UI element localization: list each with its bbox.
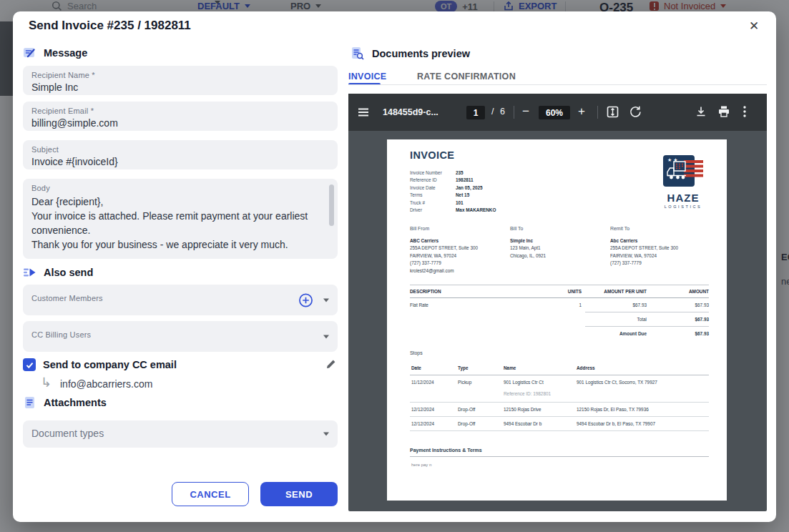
field-label: Subject: [31, 145, 329, 154]
company-logo: ★★ HAZE LOGISTICS: [662, 155, 705, 209]
body-field[interactable]: Body Dear {recipient}, Your invoice is a…: [23, 179, 338, 259]
page-number-input[interactable]: 1: [466, 106, 485, 119]
pdf-toolbar: 148455d9-c... 1 / 6 − 60% +: [348, 94, 767, 131]
items-header-row: DESCRIPTION UNITS AMOUNT PER UNIT AMOUNT: [410, 285, 709, 298]
recipient-name-field[interactable]: Recipient Name * Simple Inc: [23, 66, 338, 95]
check-icon: [25, 360, 34, 370]
total-row: Total$67.93: [410, 312, 709, 326]
customer-members-select[interactable]: Customer Members: [23, 285, 338, 315]
section-title: Documents preview: [372, 48, 470, 59]
cancel-button[interactable]: CANCEL: [172, 482, 249, 506]
tab-rate-confirmation[interactable]: RATE CONFIRMATION: [417, 72, 516, 82]
menu-icon[interactable]: [357, 106, 370, 119]
invoice-document-page: INVOICE Invoice Number235 Reference ID19…: [387, 139, 727, 501]
edit-pencil-icon[interactable]: [325, 358, 337, 370]
fit-page-icon[interactable]: [606, 105, 619, 119]
invoice-meta: Invoice Number235 Reference ID1982811 In…: [410, 169, 496, 214]
subject-field[interactable]: Subject Invoice #{invoiceId}: [23, 140, 338, 169]
field-placeholder: Document types: [31, 428, 329, 439]
screen: Search DEFAULT PRO OT +11 EXPORT O-235 N…: [0, 0, 789, 532]
item-row: Flat Rate 1 $67.93 $67.93: [410, 298, 709, 312]
bill-from-block: Bill From ABC Carriers 255A DEPOT STREET…: [410, 225, 507, 275]
field-label: CC Billing Users: [31, 330, 329, 339]
remit-to-block: Remit To Abc Carriers 255A DEPOT STREET,…: [610, 225, 707, 267]
section-title: Message: [44, 47, 87, 59]
tab-invoice[interactable]: INVOICE: [348, 72, 387, 82]
cc-email-checkbox[interactable]: [23, 358, 36, 371]
message-section-heading: Message: [23, 46, 87, 59]
modal-title: Send Invoice #235 / 1982811: [29, 19, 191, 33]
more-options-icon[interactable]: [743, 105, 747, 118]
download-icon[interactable]: [695, 105, 707, 118]
logo-subtitle: LOGISTICS: [662, 205, 705, 209]
tabs-divider: [348, 84, 767, 85]
pdf-file-name: 148455d9-c...: [383, 107, 438, 117]
field-value: Invoice #{invoiceId}: [31, 156, 329, 167]
divider: [597, 106, 598, 119]
stops-heading: Stops: [410, 350, 709, 355]
stops-table: Stops DateType NameAddress 11/12/2024Pic…: [410, 350, 709, 431]
cc-checkbox-label: Send to company CC email: [43, 359, 177, 370]
add-member-icon[interactable]: [298, 292, 313, 307]
recipient-email-field[interactable]: Recipient Email * billing@simple.com: [23, 102, 338, 131]
page-total: 6: [500, 107, 505, 117]
bill-to-block: Bill To Simple Inc 123 Main, Apt1 Chicag…: [510, 225, 607, 260]
zoom-level-input[interactable]: 60%: [539, 106, 570, 119]
scrollbar-thumb[interactable]: [329, 184, 334, 226]
preview-section-heading: Documents preview: [351, 46, 470, 61]
invoice-items-table: DESCRIPTION UNITS AMOUNT PER UNIT AMOUNT…: [410, 285, 709, 340]
attachments-icon: [24, 396, 35, 409]
section-title: Also send: [44, 267, 93, 278]
field-value: billing@simple.com: [31, 117, 329, 129]
send-invoice-modal: Send Invoice #235 / 1982811 ✕ Message Re…: [13, 11, 776, 522]
also-send-icon: [23, 266, 36, 279]
return-arrow-icon: ↳: [41, 375, 52, 390]
also-send-section-heading: Also send: [23, 266, 93, 279]
stop-row: 11/12/2024Pickup 901 Logistics Ctr Ct901…: [410, 375, 709, 389]
stop-row: 12/12/2024Drop-Off 9494 Escobar Dr b9494…: [410, 417, 709, 431]
page-separator: /: [491, 107, 494, 117]
haze-logo-icon: ★★: [663, 155, 703, 188]
close-icon[interactable]: ✕: [746, 18, 762, 34]
rotate-icon[interactable]: [629, 105, 642, 119]
cc-billing-users-select[interactable]: CC Billing Users: [23, 321, 338, 352]
divider: [514, 106, 514, 119]
field-label: Recipient Email *: [31, 107, 329, 115]
chevron-down-icon[interactable]: [323, 298, 329, 302]
payment-instructions: Payment Instructions & Terms here pay n: [410, 448, 709, 467]
zoom-out-icon[interactable]: −: [522, 104, 529, 119]
documents-preview-icon: [351, 46, 365, 61]
field-value: Dear {recipient}, Your invoice is attach…: [31, 194, 329, 252]
field-label: Recipient Name *: [31, 71, 329, 79]
stop-row: 12/12/2024Drop-Off 12150 Rojas Drive1215…: [410, 403, 709, 417]
section-title: Attachments: [44, 397, 107, 408]
print-icon[interactable]: [717, 105, 730, 118]
cc-email-value: info@abcarriers.com: [60, 378, 152, 390]
chevron-down-icon[interactable]: [323, 335, 329, 338]
field-label: Body: [31, 184, 329, 192]
chevron-down-icon[interactable]: [323, 433, 329, 436]
document-types-select[interactable]: Document types: [23, 420, 338, 448]
logo-name: HAZE: [662, 192, 705, 204]
invoice-doc-title: INVOICE: [410, 149, 454, 161]
field-label: Customer Members: [31, 294, 329, 302]
attachments-section-heading: Attachments: [24, 396, 107, 409]
pdf-viewer: 148455d9-c... 1 / 6 − 60% +: [348, 94, 767, 511]
svg-text:★★: ★★: [667, 157, 680, 162]
zoom-in-icon[interactable]: +: [578, 104, 585, 119]
stop-reference: Reference ID: 1982801: [410, 389, 709, 403]
amount-due-row: Amount Due$67.93: [410, 327, 709, 340]
field-value: Simple Inc: [31, 82, 329, 93]
stops-header-row: DateType NameAddress: [410, 361, 709, 375]
send-button[interactable]: SEND: [260, 482, 338, 506]
message-icon: [23, 46, 36, 59]
